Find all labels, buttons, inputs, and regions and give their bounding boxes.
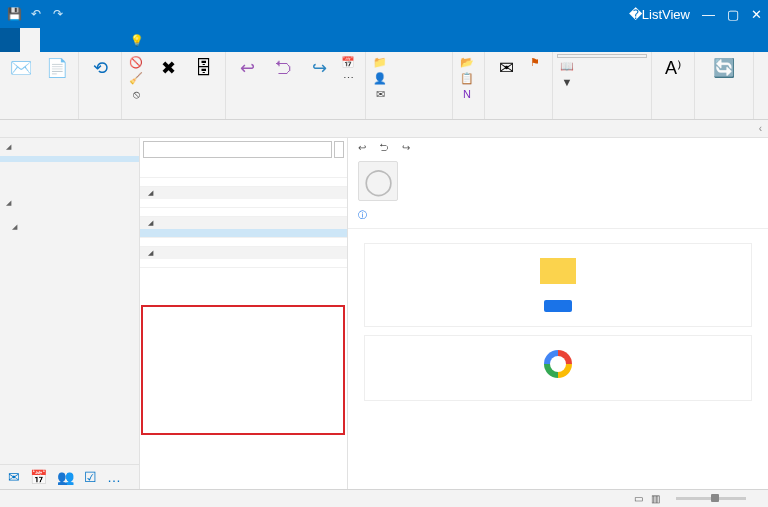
datafile-header[interactable]: [0, 194, 139, 212]
tab-view[interactable]: [80, 28, 100, 52]
day-header-mon[interactable]: [140, 247, 347, 259]
addrbook-icon: 📖: [560, 59, 574, 73]
view-normal-icon[interactable]: ▭: [634, 493, 643, 504]
archive-button[interactable]: 🗄: [187, 54, 221, 83]
folder-nav: ✉ 📅 👥 ☑ …: [0, 138, 140, 489]
new-items-button[interactable]: 📄: [40, 54, 74, 83]
reply-all-button[interactable]: ⮌: [266, 54, 300, 83]
group-new: [4, 116, 74, 119]
day-header-wed[interactable]: [140, 187, 347, 199]
unread-icon: ✉: [494, 56, 518, 80]
close-icon[interactable]: ✕: [751, 7, 762, 22]
tab-help[interactable]: [100, 28, 120, 52]
info-icon: ⓘ: [358, 209, 367, 222]
message-items: [140, 169, 347, 489]
group-speech: [656, 116, 690, 119]
message-row[interactable]: [140, 178, 347, 187]
message-row-selected[interactable]: [140, 229, 347, 238]
group-move: [457, 116, 480, 119]
more-icon: ⋯: [341, 71, 355, 85]
onenote-button[interactable]: N: [457, 86, 480, 102]
ribbon-options-icon[interactable]: �ListView: [629, 7, 690, 22]
new-email-button[interactable]: ✉️: [4, 54, 38, 83]
read-aloud-button[interactable]: A⁾: [656, 54, 690, 83]
nav-switcher: ✉ 📅 👥 ☑ …: [0, 464, 139, 489]
ignore-button[interactable]: 🚫: [126, 54, 149, 70]
ignore-icon: 🚫: [129, 55, 143, 69]
maximize-icon[interactable]: ▢: [727, 7, 739, 22]
nav-gmail2[interactable]: [0, 218, 139, 236]
cleanup-button[interactable]: 🧹: [126, 70, 149, 86]
address-book-button[interactable]: 📖: [557, 58, 647, 74]
mail-icon: ✉️: [9, 56, 33, 80]
message-row[interactable]: [140, 238, 347, 247]
collapse-icon[interactable]: ‹: [759, 123, 762, 134]
reply-button[interactable]: ↩: [230, 54, 264, 83]
minimize-icon[interactable]: —: [702, 7, 715, 22]
search-scope-dropdown[interactable]: [334, 141, 344, 158]
unread-button[interactable]: ✉: [489, 54, 523, 83]
speech-icon: A⁾: [661, 56, 685, 80]
move-icon: 📂: [460, 55, 474, 69]
tab-folder[interactable]: [60, 28, 80, 52]
sendrecv-icon: 🔄: [712, 56, 736, 80]
filter-email-button[interactable]: ▼: [557, 74, 647, 90]
account-header[interactable]: [0, 138, 139, 156]
tasks-view-icon[interactable]: ☑: [84, 469, 97, 485]
redo-icon[interactable]: ↷: [50, 6, 66, 22]
teamemail-button[interactable]: ✉: [370, 86, 448, 102]
group-sendreceive: [699, 116, 749, 119]
view-reading-icon[interactable]: ▥: [651, 493, 660, 504]
delete-button[interactable]: ✖: [151, 54, 185, 83]
zoom-slider[interactable]: [676, 497, 746, 500]
mail-view-icon[interactable]: ✉: [8, 469, 20, 485]
ribbon: ✉️ 📄 ⟲ 🚫 🧹 ⦸ ✖ 🗄 ↩ ⮌ ↪ 📅 ⋯: [0, 52, 768, 120]
favorites-bar[interactable]: ‹: [0, 120, 768, 138]
tell-me-search[interactable]: 💡: [120, 28, 160, 52]
more-views-icon[interactable]: …: [107, 469, 121, 485]
tab-home[interactable]: [20, 28, 40, 52]
more-respond-button[interactable]: ⋯: [338, 70, 361, 86]
quicksave-icon[interactable]: 💾: [6, 6, 22, 22]
archive-icon: 🗄: [192, 56, 216, 80]
reply-link[interactable]: ↩: [358, 142, 369, 153]
sender-avatar: ◯: [358, 161, 398, 201]
reply-all-link[interactable]: ⮌: [379, 142, 392, 153]
new-meeting-button[interactable]: ⟲: [83, 54, 117, 83]
search-mailbox-input[interactable]: [143, 141, 332, 158]
info-bar[interactable]: ⓘ: [348, 207, 768, 229]
cleanup-icon: 🧹: [129, 71, 143, 85]
send-receive-all-button[interactable]: 🔄: [699, 54, 749, 83]
meeting-button[interactable]: 📅: [338, 54, 361, 70]
tab-send-receive[interactable]: [40, 28, 60, 52]
followup-button[interactable]: ⚑: [525, 54, 548, 70]
nav-search-folders2[interactable]: [0, 272, 139, 278]
message-row[interactable]: [140, 199, 347, 208]
folder-icon: 📁: [373, 55, 387, 69]
moveto-button[interactable]: 📁: [370, 54, 448, 70]
envelope-icon: [540, 258, 576, 284]
tomanager-button[interactable]: 👤: [370, 70, 448, 86]
message-row[interactable]: [140, 169, 347, 178]
delete-icon: ✖: [156, 56, 180, 80]
group-delete: [126, 116, 221, 119]
rules-button[interactable]: 📋: [457, 70, 480, 86]
meeting-icon: 📅: [341, 55, 355, 69]
message-row[interactable]: [140, 208, 347, 217]
people-view-icon[interactable]: 👥: [57, 469, 74, 485]
calendar-view-icon[interactable]: 📅: [30, 469, 47, 485]
forward-button[interactable]: ↪: [302, 54, 336, 83]
keep-me-updated-button[interactable]: [544, 300, 572, 312]
message-row[interactable]: [140, 259, 347, 268]
filter-icon: ▼: [560, 75, 574, 89]
teamviewer-icon: ⟲: [88, 56, 112, 80]
forward-link[interactable]: ↪: [402, 142, 413, 153]
undo-icon[interactable]: ↶: [28, 6, 44, 22]
tab-file[interactable]: [0, 28, 20, 52]
day-header-tue[interactable]: [140, 217, 347, 229]
team-icon: ✉: [373, 87, 387, 101]
flag-icon: ⚑: [528, 55, 542, 69]
google-logo-icon: [544, 350, 572, 378]
junk-button[interactable]: ⦸: [126, 86, 149, 102]
move-button[interactable]: 📂: [457, 54, 480, 70]
